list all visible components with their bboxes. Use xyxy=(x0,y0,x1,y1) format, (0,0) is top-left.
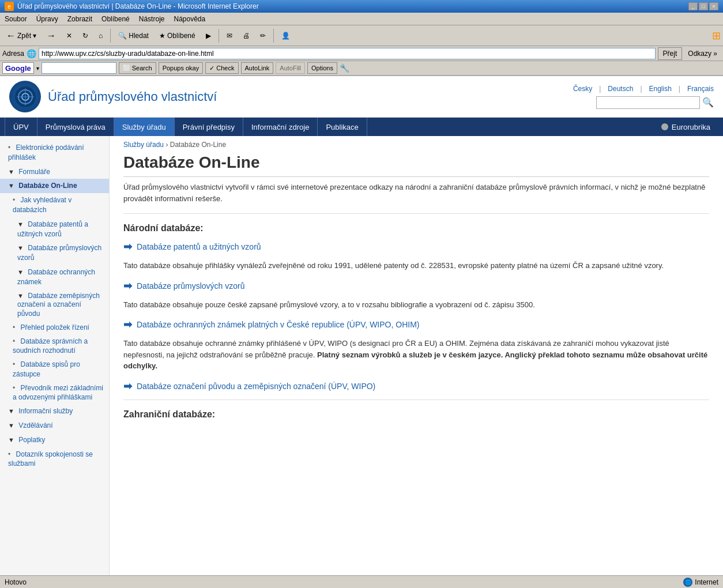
content-layout: • Elektronické podávání přihlášek ▼ Form… xyxy=(0,136,723,575)
messenger-button[interactable]: 👤 xyxy=(277,28,294,44)
sidebar-item-db-ochrannych[interactable]: ▼ Databáze ochranných známek xyxy=(0,265,109,289)
home-button[interactable]: ⌂ xyxy=(95,28,107,44)
bullet-icon: • xyxy=(13,360,15,368)
forward-button[interactable]: → xyxy=(43,28,60,44)
db-link-zemepisnych[interactable]: Databáze označení původu a zeměpisných o… xyxy=(137,382,375,391)
google-search-input[interactable] xyxy=(42,62,116,74)
sidebar-item-db-prumyslovych[interactable]: ▼ Databáze průmyslových vzorů xyxy=(0,241,109,265)
foreign-section-title: Zahraniční databáze: xyxy=(123,409,709,420)
sidebar-item-jak-vyhledavat[interactable]: • Jak vyhledávat v databázích xyxy=(0,193,109,217)
mail-button[interactable]: ✉ xyxy=(223,28,236,44)
db-link-prumyslovych[interactable]: Databáze průmyslových vzorů xyxy=(137,281,245,291)
menu-tools[interactable]: Nástroje xyxy=(134,14,170,24)
address-input[interactable] xyxy=(39,48,656,59)
nav-sluzby-uradu[interactable]: Služby úřadu xyxy=(114,118,175,136)
edit-button[interactable]: ✏ xyxy=(256,28,270,44)
maximize-button[interactable]: □ xyxy=(699,2,708,10)
sidebar-item-informacni[interactable]: ▼ Informační služby xyxy=(0,404,109,419)
forward-icon: → xyxy=(47,31,56,41)
refresh-button[interactable]: ↻ xyxy=(78,28,92,44)
nav-informacni-zdroje[interactable]: Informační zdroje xyxy=(243,118,318,136)
menu-file[interactable]: Soubor xyxy=(0,14,32,24)
menu-bar: Soubor Úpravy Zobrazit Oblíbené Nástroje… xyxy=(0,13,723,25)
sidebar-item-db-patentu[interactable]: ▼ Databáze patentů a užitných vzorů xyxy=(0,217,109,242)
media-button[interactable]: ▶ xyxy=(202,28,215,44)
sidebar-item-db-zemepisnych[interactable]: ▼ Databáze zeměpisných označení a označe… xyxy=(0,289,109,321)
back-icon: ← xyxy=(6,31,16,41)
sidebar-item-prevodnik[interactable]: • Převodník mezi základními a odvozenými… xyxy=(0,382,109,404)
language-links: Česky | Deutsch | English | Français xyxy=(573,85,714,93)
arrow-icon: ▼ xyxy=(17,221,24,228)
nav-pravni-predpisy[interactable]: Právní předpisy xyxy=(175,118,243,136)
close-button[interactable]: × xyxy=(709,2,718,10)
autofill-button[interactable]: AutoFill xyxy=(276,62,305,74)
eurorubrika-button[interactable]: Eurorubrika xyxy=(653,123,718,131)
site-search-input[interactable] xyxy=(596,96,700,109)
sidebar-item-poplatky[interactable]: ▼ Poplatky xyxy=(0,433,109,447)
arrow-icon: ▼ xyxy=(17,244,24,251)
star-icon: ★ xyxy=(159,32,165,40)
popups-button[interactable]: Popups okay xyxy=(159,62,204,74)
go-button[interactable]: Přejt xyxy=(658,47,683,60)
lang-francais[interactable]: Français xyxy=(687,85,714,93)
db-row-zemepisnych: ➡ Databáze označení původu a zeměpisných… xyxy=(123,380,709,393)
lang-deutsch[interactable]: Deutsch xyxy=(608,85,633,93)
google-logo: Google xyxy=(2,62,34,74)
sidebar-item-prehled[interactable]: • Přehled položek řízení xyxy=(0,321,109,335)
stop-button[interactable]: ✕ xyxy=(62,28,76,44)
nav-upv[interactable]: ÚPV xyxy=(5,118,37,136)
sidebar-item-db-spravnich[interactable]: • Databáze správních a soudních rozhodnu… xyxy=(0,335,109,357)
sidebar-item-db-spisu[interactable]: • Databáze spisů pro zástupce xyxy=(0,357,109,382)
arrow-icon: ▼ xyxy=(8,182,14,189)
address-label: Adresa xyxy=(2,50,24,58)
db-link-patentu[interactable]: Databáze patentů a užitných vzorů xyxy=(137,242,261,251)
windows-logo-icon: ⊞ xyxy=(712,30,721,42)
arrow-icon: ▼ xyxy=(8,436,14,443)
db-link-ochrannych[interactable]: Databáze ochranných známek platných v Če… xyxy=(137,320,419,329)
arrow-icon: ▼ xyxy=(17,292,24,299)
google-search-button[interactable]: ⬜ Search xyxy=(119,62,156,74)
site-search-button[interactable]: 🔍 xyxy=(702,97,714,108)
db-arrow-icon: ➡ xyxy=(123,280,132,292)
check-button[interactable]: ✓ Check xyxy=(205,62,238,74)
links-button[interactable]: Odkazy » xyxy=(684,49,721,58)
db-desc-prumyslovych: Tato databáze obsahuje pouze české zapsa… xyxy=(123,299,709,311)
status-right: 🌐 Internet xyxy=(683,578,718,587)
back-button[interactable]: ← Zpět ▾ xyxy=(2,28,40,44)
db-row-ochrannych: ➡ Databáze ochranných známek platných v … xyxy=(123,318,709,331)
print-button[interactable]: 🖨 xyxy=(239,28,254,44)
zone-text: Internet xyxy=(695,578,718,586)
sidebar-item-epodavani[interactable]: • Elektronické podávání přihlášek xyxy=(0,141,109,165)
options-button[interactable]: Options xyxy=(307,62,337,74)
minimize-button[interactable]: _ xyxy=(688,2,698,10)
sidebar-item-vzdelavani[interactable]: ▼ Vzdělávání xyxy=(0,419,109,433)
sidebar-item-databaze-online[interactable]: ▼ Databáze On-Line xyxy=(0,179,109,193)
search-button[interactable]: 🔍 Hledat xyxy=(114,28,153,44)
search-icon: 🔍 xyxy=(118,32,127,40)
section-divider-2 xyxy=(123,399,709,400)
internet-icon: 🌐 xyxy=(683,578,692,587)
menu-favorites[interactable]: Oblíbené xyxy=(97,14,134,24)
menu-help[interactable]: Nápověda xyxy=(169,14,210,24)
google-extra-icon: 🔧 xyxy=(340,63,349,73)
bullet-icon: • xyxy=(13,337,15,345)
menu-edit[interactable]: Úpravy xyxy=(32,14,63,24)
intro-text: Úřad průmyslového vlastnictví vytvořil v… xyxy=(123,182,709,204)
favorites-button[interactable]: ★ Oblíbené xyxy=(155,28,199,44)
nav-publikace[interactable]: Publikace xyxy=(318,118,367,136)
lang-czech[interactable]: Česky xyxy=(573,85,592,93)
media-icon: ▶ xyxy=(206,32,211,40)
breadcrumb-services[interactable]: Služby úřadu xyxy=(123,141,164,149)
lang-english[interactable]: English xyxy=(649,85,672,93)
bullet-icon: • xyxy=(8,450,10,458)
google-toolbar: Google ▾ ⬜ Search Popups okay ✓ Check Au… xyxy=(0,61,723,76)
db-desc-patentu: Tato databáze obsahuje přihlášky vynález… xyxy=(123,260,709,272)
autolink-button[interactable]: AutoLink xyxy=(241,62,274,74)
sidebar-item-formulare[interactable]: ▼ Formuláře xyxy=(0,165,109,179)
sidebar-item-dotaznik[interactable]: • Dotazník spokojenosti se službami xyxy=(0,447,109,472)
window-controls[interactable]: _ □ × xyxy=(688,2,718,10)
menu-view[interactable]: Zobrazit xyxy=(63,14,97,24)
nav-prumyslova-prava[interactable]: Průmyslová práva xyxy=(37,118,114,136)
bullet-icon: • xyxy=(8,144,10,152)
bullet-icon: • xyxy=(13,196,15,204)
